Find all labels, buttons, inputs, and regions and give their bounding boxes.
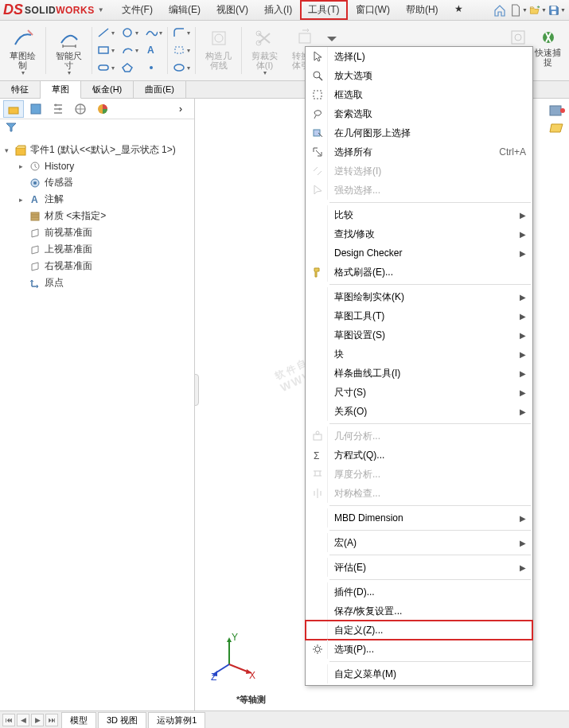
menu-relation[interactable]: 关系(O)▶ — [306, 402, 532, 421]
ellipse-tool-icon[interactable]: ▾ — [173, 60, 190, 75]
tree-right-plane[interactable]: 右视基准面 — [16, 258, 193, 274]
construct-geom-button[interactable]: 构造几何线 — [204, 25, 233, 72]
tree-filter[interactable] — [0, 119, 194, 138]
tree-annotations[interactable]: ▸A注解 — [16, 191, 193, 208]
dim-mgr-icon[interactable] — [70, 100, 91, 118]
config-mgr-icon[interactable] — [48, 100, 68, 118]
menu-compare[interactable]: 比较▶ — [306, 205, 532, 224]
menu-file[interactable]: 文件(F) — [114, 0, 161, 20]
menu-format-painter[interactable]: 格式刷器(E)... — [306, 263, 532, 282]
menu-edit[interactable]: 编辑(E) — [161, 0, 209, 20]
view-square-icon[interactable] — [508, 27, 528, 48]
rect-tool-icon[interactable]: ▾ — [97, 43, 115, 57]
menu-sketch-settings[interactable]: 草图设置(S)▶ — [306, 325, 532, 345]
smart-dim-button[interactable]: 智能尺寸 — [54, 25, 84, 72]
menu-block[interactable]: 块▶ — [306, 345, 532, 364]
bottom-tab-motion[interactable]: 运动算例1 — [148, 712, 205, 728]
menu-star-icon[interactable]: ★ — [446, 0, 471, 20]
arc-tool-icon[interactable]: ▾ — [121, 43, 138, 57]
text-tool-icon[interactable]: A — [145, 43, 162, 57]
menu-customize[interactable]: 自定义(Z)... — [306, 621, 532, 640]
save-icon[interactable]: ▼ — [548, 2, 566, 19]
sketch-draw-button[interactable]: 草图绘制 — [8, 25, 37, 72]
menu-custom-menu[interactable]: 自定义菜单(M) — [306, 664, 532, 683]
tab-sketch[interactable]: 草图 — [41, 81, 81, 99]
tree-origin[interactable]: 原点 — [16, 274, 193, 291]
svg-rect-10 — [212, 32, 225, 45]
appearance-mgr-icon[interactable] — [92, 100, 113, 118]
chevron-down-icon[interactable]: ▾ — [21, 69, 25, 76]
tab-surface[interactable]: 曲面(E) — [134, 81, 186, 98]
chevron-down-icon[interactable]: ▾ — [68, 69, 71, 76]
bottom-tab-model[interactable]: 模型 — [61, 712, 96, 728]
scroll-next-icon[interactable]: ▶ — [31, 714, 44, 726]
menu-dimension[interactable]: 尺寸(S)▶ — [306, 383, 532, 402]
menu-lasso-select[interactable]: 套索选取 — [306, 104, 532, 123]
scroll-prev-icon[interactable]: ◀ — [17, 714, 29, 726]
menu-macro[interactable]: 宏(A)▶ — [306, 533, 532, 552]
tree-expand-icon[interactable]: ▸ — [16, 196, 25, 204]
menu-design-checker[interactable]: Design Checker▶ — [306, 243, 532, 263]
chevron-down-icon[interactable]: ▾ — [263, 69, 267, 76]
polygon-tool-icon[interactable] — [121, 60, 138, 75]
menu-view[interactable]: 视图(V) — [209, 0, 256, 20]
point-tool-icon[interactable] — [145, 60, 162, 75]
circle-tool-icon[interactable]: ▾ — [121, 25, 138, 40]
menu-find-replace[interactable]: 查找/修改▶ — [306, 224, 532, 243]
tab-feature[interactable]: 特征 — [0, 81, 41, 98]
appearance-icon[interactable] — [548, 103, 566, 118]
menu-zoom-options[interactable]: 放大选项 — [306, 66, 532, 85]
tree-root[interactable]: ▾ 零件1 (默认<<默认>_显示状态 1>) — [2, 142, 193, 158]
menu-select-all[interactable]: 选择所有Ctrl+A — [306, 142, 532, 162]
menu-select[interactable]: 选择(L) — [306, 47, 532, 66]
home-icon[interactable] — [491, 2, 509, 19]
decal-icon[interactable] — [548, 121, 566, 135]
tree-front-plane[interactable]: 前视基准面 — [16, 224, 193, 241]
scroll-last-icon[interactable]: ⏭ — [45, 714, 58, 726]
menu-spline-tools[interactable]: 样条曲线工具(I)▶ — [306, 364, 532, 383]
bottom-tab-3dview[interactable]: 3D 视图 — [98, 712, 146, 728]
chamfer-tool-icon[interactable]: ▾ — [173, 43, 190, 57]
tree-material[interactable]: 材质 <未指定> — [16, 208, 193, 224]
spline-tool-icon[interactable]: ▾ — [145, 25, 162, 40]
quick-snap-button[interactable]: 快速捕捉 — [533, 27, 563, 68]
tree-collapse-icon[interactable]: ▾ — [2, 146, 11, 154]
tree-top-plane[interactable]: 上视基准面 — [16, 241, 193, 258]
tree-sensors[interactable]: 传感器 — [16, 174, 193, 191]
line-tool-icon[interactable]: ▾ — [97, 25, 115, 40]
new-doc-icon[interactable]: ▼ — [510, 2, 528, 19]
open-icon[interactable]: ▼ — [529, 2, 547, 19]
menu-box-select[interactable]: 框选取 — [306, 85, 532, 104]
brand-works: WORKS — [56, 5, 95, 16]
menu-equations[interactable]: Σ方程式(Q)... — [306, 446, 532, 465]
property-mgr-icon[interactable] — [25, 100, 46, 118]
fillet-tool-icon[interactable]: ▾ — [173, 25, 190, 40]
menu-save-restore[interactable]: 保存/恢复设置... — [306, 601, 532, 621]
menu-evaluate[interactable]: 评估(E)▶ — [306, 558, 532, 577]
scroll-first-icon[interactable]: ⏮ — [2, 714, 15, 726]
tab-sheetmetal[interactable]: 钣金(H) — [81, 81, 134, 98]
splitter-handle[interactable] — [194, 374, 199, 406]
menu-mbd[interactable]: MBD Dimension▶ — [306, 508, 532, 528]
tree-history[interactable]: ▸History — [16, 158, 193, 174]
slot-tool-icon[interactable]: ▾ — [97, 60, 115, 75]
menu-sketch-entities[interactable]: 草图绘制实体(K)▶ — [306, 287, 532, 306]
submenu-arrow-icon: ▶ — [520, 249, 526, 258]
menu-select-on-geom[interactable]: 在几何图形上选择 — [306, 123, 532, 142]
menu-window[interactable]: 窗口(W) — [348, 0, 398, 20]
menu-insert[interactable]: 插入(I) — [256, 0, 300, 20]
lasso-icon — [307, 104, 328, 123]
tree-expand-icon[interactable]: ▸ — [16, 162, 25, 170]
menu-help[interactable]: 帮助(H) — [398, 0, 446, 20]
chevron-down-icon: ▼ — [522, 7, 528, 13]
submenu-arrow-icon: ▶ — [520, 350, 526, 359]
sidebar-expand-icon[interactable]: › — [170, 100, 191, 118]
trim-button[interactable]: 剪裁实体(I) — [250, 25, 279, 72]
chevron-down-icon[interactable]: ▼ — [98, 6, 104, 14]
menu-tools[interactable]: 工具(T) — [300, 0, 347, 20]
feature-tree-icon[interactable] — [3, 100, 24, 118]
menu-addins[interactable]: 插件(D)... — [306, 582, 532, 601]
menu-sketch-tools[interactable]: 草图工具(T)▶ — [306, 306, 532, 325]
invert-icon — [307, 162, 328, 181]
menu-options[interactable]: 选项(P)... — [306, 640, 532, 659]
